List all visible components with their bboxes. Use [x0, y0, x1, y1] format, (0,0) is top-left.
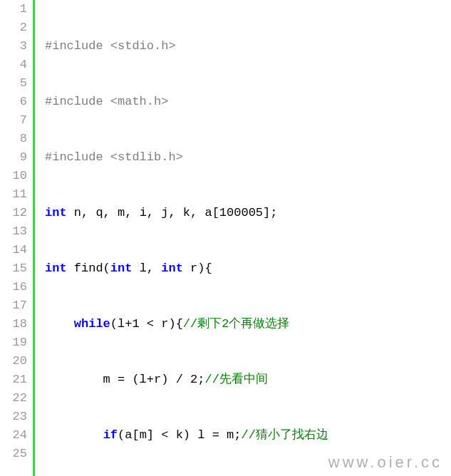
line-number: 22	[0, 389, 27, 408]
line-number: 4	[0, 56, 27, 74]
line-number: 20	[0, 352, 27, 371]
code-line: int find(int l, int r){	[45, 259, 358, 278]
line-number: 9	[0, 148, 27, 167]
line-number: 15	[0, 259, 27, 278]
code-line: #include <math.h>	[45, 93, 358, 111]
line-number: 3	[0, 37, 27, 56]
code-area: #include <stdio.h> #include <math.h> #in…	[35, 0, 358, 476]
line-number: 13	[0, 222, 27, 241]
code-line: #include <stdio.h>	[45, 37, 358, 56]
code-line: #include <stdlib.h>	[45, 148, 358, 167]
code-container: 1 2 3 4 5 6 7 8 9 10 11 12 13 14 15 16 1…	[0, 0, 451, 476]
line-number: 21	[0, 371, 27, 389]
watermark-text: www.oier.cc	[328, 453, 442, 472]
line-number: 5	[0, 74, 27, 93]
line-number: 2	[0, 19, 27, 37]
line-number: 18	[0, 315, 27, 333]
code-line: while(l+1 < r){//剩下2个再做选择	[45, 315, 358, 333]
line-number: 16	[0, 278, 27, 296]
line-number: 7	[0, 111, 27, 130]
code-line: int n, q, m, i, j, k, a[100005];	[45, 204, 358, 222]
line-number: 8	[0, 130, 27, 148]
line-number: 14	[0, 241, 27, 259]
line-number: 17	[0, 296, 27, 315]
line-number: 12	[0, 204, 27, 222]
line-number: 6	[0, 93, 27, 111]
line-number: 23	[0, 408, 27, 426]
line-number: 1	[0, 0, 27, 19]
line-number: 25	[0, 445, 27, 463]
line-number: 10	[0, 167, 27, 185]
code-line: if(a[m] < k) l = m;//猜小了找右边	[45, 426, 358, 445]
line-number: 11	[0, 185, 27, 204]
code-line: m = (l+r) / 2;//先看中间	[45, 371, 358, 389]
line-number: 24	[0, 426, 27, 445]
line-number-gutter: 1 2 3 4 5 6 7 8 9 10 11 12 13 14 15 16 1…	[0, 0, 33, 476]
line-number: 19	[0, 333, 27, 352]
